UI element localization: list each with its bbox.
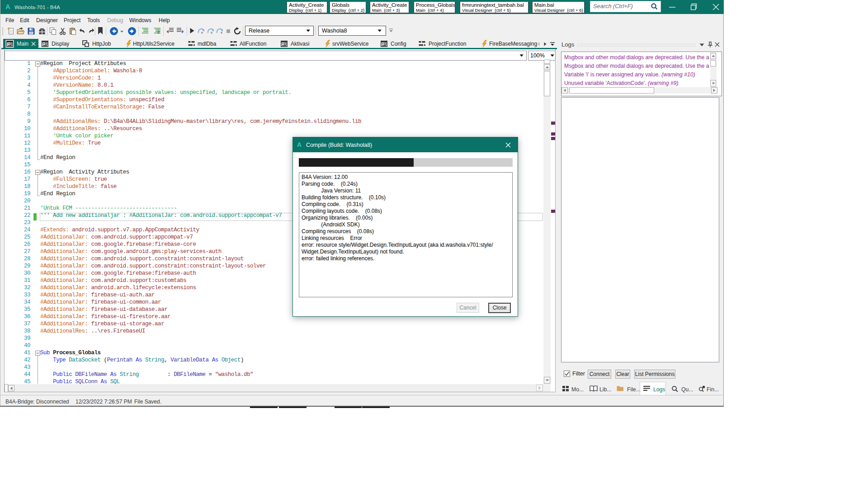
svg-text:2: 2	[157, 30, 160, 34]
